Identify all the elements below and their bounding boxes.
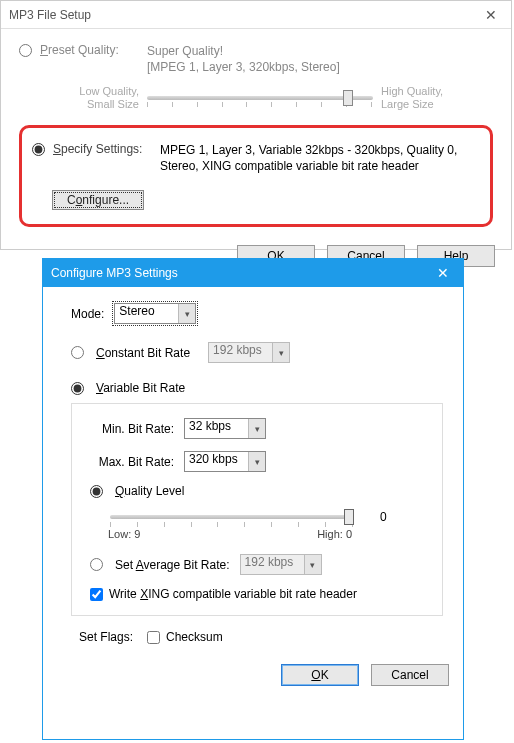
chevron-down-icon: ▾ [248,419,265,438]
variable-bitrate-label: Variable Bit Rate [96,381,185,395]
constant-bitrate-radio[interactable] [71,346,84,359]
slider-low-label: Low Quality, Small Size [19,85,147,111]
checksum-label: Checksum [166,630,223,644]
slider-high-label: High Quality, Large Size [373,85,493,111]
ok-underline2: OK [311,668,328,682]
quality-level-slider[interactable] [110,508,354,526]
checksum-checkbox[interactable] [147,631,160,644]
avg-bitrate-dropdown: 192 kbps ▾ [240,554,322,575]
slider-high-line2: Large Size [381,98,434,110]
slider-low-line1: Low Quality, [79,85,139,97]
close-icon[interactable]: ✕ [471,1,511,29]
slider-high-line1: High Quality, [381,85,443,97]
dialog1-title: MP3 File Setup [9,8,91,22]
min-bitrate-dropdown[interactable]: 32 kbps ▾ [184,418,266,439]
set-flags-label: Set Flags: [79,630,133,644]
preset-quality-radio[interactable] [19,44,32,57]
specify-settings-highlight: Specify Settings: MPEG 1, Layer 3, Varia… [19,125,493,227]
configure-button[interactable]: Configure... [52,190,144,210]
mode-label: Mode: [71,307,104,321]
ok-button[interactable]: OK [281,664,359,686]
max-bitrate-value: 320 kbps [189,452,238,466]
quality-level-label: Quality Level [115,484,184,498]
mode-value: Stereo [119,304,154,318]
chevron-down-icon: ▾ [178,304,195,323]
constant-bitrate-label: Constant Bit Rate [96,346,190,360]
chevron-down-icon: ▾ [304,555,321,574]
quality-slider[interactable] [147,90,373,106]
max-bitrate-label: Max. Bit Rate: [90,455,174,469]
cancel-label2: Cancel [391,668,428,682]
vbr-group: Min. Bit Rate: 32 kbps ▾ Max. Bit Rate: … [71,403,443,616]
mp3-file-setup-dialog: MP3 File Setup ✕ Preset Quality: Super Q… [0,0,512,250]
xing-label: Write XING compatible variable bit rate … [109,587,357,601]
avg-bitrate-value: 192 kbps [245,555,294,569]
mode-dropdown[interactable]: Stereo ▾ [114,303,196,324]
cbr-dropdown: 192 kbps ▾ [208,342,290,363]
variable-bitrate-radio[interactable] [71,382,84,395]
dialog2-body: Mode: Stereo ▾ Constant Bit Rate 192 kbp… [43,287,463,654]
specify-settings-label: Specify Settings: [53,142,142,156]
quality-slider-thumb[interactable] [344,509,354,525]
dialog1-body: Preset Quality: Super Quality! [MPEG 1, … [1,29,511,237]
cbr-value: 192 kbps [213,343,262,357]
specify-settings-desc: MPEG 1, Layer 3, Variable 32kbps - 320kb… [160,142,480,174]
quality-high-label: High: 0 [317,528,352,540]
titlebar-setup[interactable]: MP3 File Setup ✕ [1,1,511,29]
min-bitrate-label: Min. Bit Rate: [90,422,174,436]
configure-mp3-settings-dialog: Configure MP3 Settings ✕ Mode: Stereo ▾ … [42,258,464,740]
quality-low-label: Low: 9 [108,528,140,540]
xing-checkbox[interactable] [90,588,103,601]
quality-level-radio[interactable] [90,485,103,498]
preset-quality-label: Preset Quality: [40,43,119,57]
set-average-bitrate-radio[interactable] [90,558,103,571]
close-icon[interactable]: ✕ [423,259,463,287]
titlebar-configure[interactable]: Configure MP3 Settings ✕ [43,259,463,287]
quality-level-value: 0 [380,510,387,524]
dialog2-title: Configure MP3 Settings [51,266,178,280]
specify-settings-radio[interactable] [32,143,45,156]
set-average-bitrate-label: Set Average Bit Rate: [115,558,230,572]
chevron-down-icon: ▾ [248,452,265,471]
chevron-down-icon: ▾ [272,343,289,362]
preset-desc-line2: [MPEG 1, Layer 3, 320kbps, Stereo] [147,59,493,75]
preset-desc-line1: Super Quality! [147,43,493,59]
min-bitrate-value: 32 kbps [189,419,231,433]
slider-low-line2: Small Size [87,98,139,110]
quality-slider-thumb[interactable] [343,90,353,106]
cancel-button[interactable]: Cancel [371,664,449,686]
max-bitrate-dropdown[interactable]: 320 kbps ▾ [184,451,266,472]
